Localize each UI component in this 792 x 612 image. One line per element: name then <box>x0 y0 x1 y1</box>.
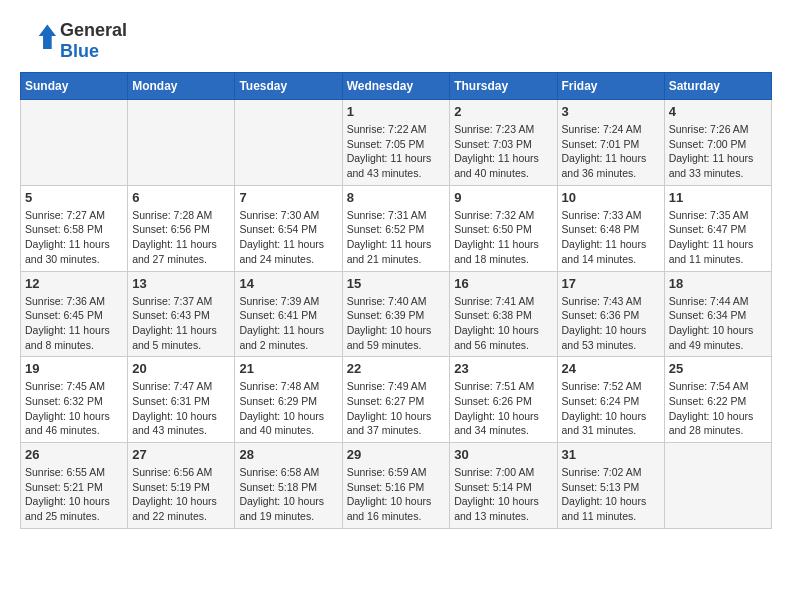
day-number: 8 <box>347 190 446 205</box>
day-number: 2 <box>454 104 552 119</box>
calendar-cell: 31Sunrise: 7:02 AM Sunset: 5:13 PM Dayli… <box>557 443 664 529</box>
day-number: 31 <box>562 447 660 462</box>
day-number: 28 <box>239 447 337 462</box>
day-info: Sunrise: 7:32 AM Sunset: 6:50 PM Dayligh… <box>454 208 552 267</box>
calendar-cell: 29Sunrise: 6:59 AM Sunset: 5:16 PM Dayli… <box>342 443 450 529</box>
calendar-cell: 23Sunrise: 7:51 AM Sunset: 6:26 PM Dayli… <box>450 357 557 443</box>
day-number: 24 <box>562 361 660 376</box>
day-number: 5 <box>25 190 123 205</box>
weekday-header-monday: Monday <box>128 73 235 100</box>
calendar-cell: 2Sunrise: 7:23 AM Sunset: 7:03 PM Daylig… <box>450 100 557 186</box>
calendar-cell <box>128 100 235 186</box>
day-info: Sunrise: 7:24 AM Sunset: 7:01 PM Dayligh… <box>562 122 660 181</box>
day-number: 15 <box>347 276 446 291</box>
day-info: Sunrise: 7:02 AM Sunset: 5:13 PM Dayligh… <box>562 465 660 524</box>
day-info: Sunrise: 7:00 AM Sunset: 5:14 PM Dayligh… <box>454 465 552 524</box>
day-number: 12 <box>25 276 123 291</box>
calendar-cell: 16Sunrise: 7:41 AM Sunset: 6:38 PM Dayli… <box>450 271 557 357</box>
calendar-cell <box>235 100 342 186</box>
calendar-cell: 25Sunrise: 7:54 AM Sunset: 6:22 PM Dayli… <box>664 357 771 443</box>
weekday-header-row: SundayMondayTuesdayWednesdayThursdayFrid… <box>21 73 772 100</box>
logo-general: General <box>60 20 127 40</box>
day-number: 13 <box>132 276 230 291</box>
weekday-header-friday: Friday <box>557 73 664 100</box>
calendar-cell: 7Sunrise: 7:30 AM Sunset: 6:54 PM Daylig… <box>235 185 342 271</box>
header: General Blue <box>20 20 772 62</box>
week-row-1: 1Sunrise: 7:22 AM Sunset: 7:05 PM Daylig… <box>21 100 772 186</box>
calendar-cell: 3Sunrise: 7:24 AM Sunset: 7:01 PM Daylig… <box>557 100 664 186</box>
calendar-cell: 21Sunrise: 7:48 AM Sunset: 6:29 PM Dayli… <box>235 357 342 443</box>
calendar-cell: 22Sunrise: 7:49 AM Sunset: 6:27 PM Dayli… <box>342 357 450 443</box>
day-number: 11 <box>669 190 767 205</box>
day-info: Sunrise: 7:35 AM Sunset: 6:47 PM Dayligh… <box>669 208 767 267</box>
day-number: 9 <box>454 190 552 205</box>
weekday-header-tuesday: Tuesday <box>235 73 342 100</box>
day-info: Sunrise: 7:40 AM Sunset: 6:39 PM Dayligh… <box>347 294 446 353</box>
calendar-cell: 18Sunrise: 7:44 AM Sunset: 6:34 PM Dayli… <box>664 271 771 357</box>
day-info: Sunrise: 7:47 AM Sunset: 6:31 PM Dayligh… <box>132 379 230 438</box>
weekday-header-thursday: Thursday <box>450 73 557 100</box>
day-number: 20 <box>132 361 230 376</box>
day-info: Sunrise: 7:45 AM Sunset: 6:32 PM Dayligh… <box>25 379 123 438</box>
calendar-cell: 4Sunrise: 7:26 AM Sunset: 7:00 PM Daylig… <box>664 100 771 186</box>
calendar-cell: 17Sunrise: 7:43 AM Sunset: 6:36 PM Dayli… <box>557 271 664 357</box>
svg-marker-0 <box>39 24 56 48</box>
calendar-cell: 5Sunrise: 7:27 AM Sunset: 6:58 PM Daylig… <box>21 185 128 271</box>
day-info: Sunrise: 7:51 AM Sunset: 6:26 PM Dayligh… <box>454 379 552 438</box>
logo-blue: Blue <box>60 41 99 61</box>
calendar-cell: 6Sunrise: 7:28 AM Sunset: 6:56 PM Daylig… <box>128 185 235 271</box>
day-info: Sunrise: 7:33 AM Sunset: 6:48 PM Dayligh… <box>562 208 660 267</box>
calendar-cell: 28Sunrise: 6:58 AM Sunset: 5:18 PM Dayli… <box>235 443 342 529</box>
day-info: Sunrise: 7:52 AM Sunset: 6:24 PM Dayligh… <box>562 379 660 438</box>
calendar-cell: 13Sunrise: 7:37 AM Sunset: 6:43 PM Dayli… <box>128 271 235 357</box>
calendar-cell: 11Sunrise: 7:35 AM Sunset: 6:47 PM Dayli… <box>664 185 771 271</box>
logo: General Blue <box>20 20 127 62</box>
day-number: 29 <box>347 447 446 462</box>
calendar-cell: 1Sunrise: 7:22 AM Sunset: 7:05 PM Daylig… <box>342 100 450 186</box>
day-info: Sunrise: 7:22 AM Sunset: 7:05 PM Dayligh… <box>347 122 446 181</box>
day-info: Sunrise: 7:23 AM Sunset: 7:03 PM Dayligh… <box>454 122 552 181</box>
weekday-header-wednesday: Wednesday <box>342 73 450 100</box>
day-number: 18 <box>669 276 767 291</box>
week-row-2: 5Sunrise: 7:27 AM Sunset: 6:58 PM Daylig… <box>21 185 772 271</box>
day-number: 25 <box>669 361 767 376</box>
day-info: Sunrise: 7:43 AM Sunset: 6:36 PM Dayligh… <box>562 294 660 353</box>
day-info: Sunrise: 6:58 AM Sunset: 5:18 PM Dayligh… <box>239 465 337 524</box>
calendar-cell: 19Sunrise: 7:45 AM Sunset: 6:32 PM Dayli… <box>21 357 128 443</box>
day-info: Sunrise: 7:31 AM Sunset: 6:52 PM Dayligh… <box>347 208 446 267</box>
day-number: 3 <box>562 104 660 119</box>
calendar-cell <box>21 100 128 186</box>
day-number: 21 <box>239 361 337 376</box>
day-number: 26 <box>25 447 123 462</box>
calendar-cell: 27Sunrise: 6:56 AM Sunset: 5:19 PM Dayli… <box>128 443 235 529</box>
calendar-cell: 8Sunrise: 7:31 AM Sunset: 6:52 PM Daylig… <box>342 185 450 271</box>
day-number: 22 <box>347 361 446 376</box>
day-number: 30 <box>454 447 552 462</box>
day-info: Sunrise: 7:28 AM Sunset: 6:56 PM Dayligh… <box>132 208 230 267</box>
calendar-cell: 14Sunrise: 7:39 AM Sunset: 6:41 PM Dayli… <box>235 271 342 357</box>
day-number: 14 <box>239 276 337 291</box>
day-number: 27 <box>132 447 230 462</box>
week-row-3: 12Sunrise: 7:36 AM Sunset: 6:45 PM Dayli… <box>21 271 772 357</box>
day-info: Sunrise: 7:48 AM Sunset: 6:29 PM Dayligh… <box>239 379 337 438</box>
day-info: Sunrise: 6:59 AM Sunset: 5:16 PM Dayligh… <box>347 465 446 524</box>
calendar-cell: 20Sunrise: 7:47 AM Sunset: 6:31 PM Dayli… <box>128 357 235 443</box>
calendar-cell: 10Sunrise: 7:33 AM Sunset: 6:48 PM Dayli… <box>557 185 664 271</box>
day-number: 4 <box>669 104 767 119</box>
day-info: Sunrise: 7:26 AM Sunset: 7:00 PM Dayligh… <box>669 122 767 181</box>
weekday-header-sunday: Sunday <box>21 73 128 100</box>
calendar-cell: 15Sunrise: 7:40 AM Sunset: 6:39 PM Dayli… <box>342 271 450 357</box>
day-info: Sunrise: 7:36 AM Sunset: 6:45 PM Dayligh… <box>25 294 123 353</box>
calendar-cell <box>664 443 771 529</box>
day-number: 7 <box>239 190 337 205</box>
day-info: Sunrise: 7:37 AM Sunset: 6:43 PM Dayligh… <box>132 294 230 353</box>
day-number: 1 <box>347 104 446 119</box>
calendar-cell: 24Sunrise: 7:52 AM Sunset: 6:24 PM Dayli… <box>557 357 664 443</box>
day-info: Sunrise: 7:54 AM Sunset: 6:22 PM Dayligh… <box>669 379 767 438</box>
logo-svg <box>20 23 56 59</box>
day-info: Sunrise: 7:41 AM Sunset: 6:38 PM Dayligh… <box>454 294 552 353</box>
day-info: Sunrise: 6:56 AM Sunset: 5:19 PM Dayligh… <box>132 465 230 524</box>
calendar-table: SundayMondayTuesdayWednesdayThursdayFrid… <box>20 72 772 529</box>
day-number: 23 <box>454 361 552 376</box>
calendar-cell: 12Sunrise: 7:36 AM Sunset: 6:45 PM Dayli… <box>21 271 128 357</box>
